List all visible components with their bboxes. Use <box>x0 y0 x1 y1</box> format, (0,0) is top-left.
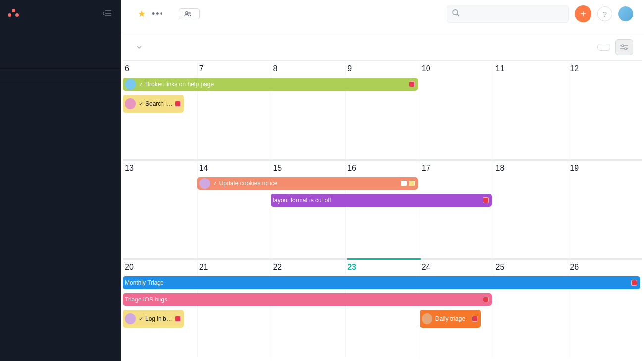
day-number[interactable]: 15 <box>271 161 345 176</box>
event-tag-icon <box>175 316 181 322</box>
event-title: Broken links on help page <box>145 81 407 88</box>
header: ★ ••• + ? <box>121 0 644 32</box>
teams-header <box>0 83 121 92</box>
day-number[interactable]: 21 <box>197 260 271 275</box>
calendar-event[interactable]: ✓Log in button… <box>123 310 184 328</box>
svg-point-5 <box>453 10 458 15</box>
assignee-avatar <box>199 178 210 189</box>
day-number[interactable]: 23 <box>345 260 420 275</box>
calendar-week: 13141516171819✓Update cookies noticelayo… <box>121 159 644 258</box>
event-tag-icon <box>409 180 415 186</box>
calendar-week: 6789101112✓Broken links on help page✓Sea… <box>121 60 644 159</box>
day-number[interactable]: 17 <box>420 161 494 176</box>
assignee-avatar <box>125 98 136 109</box>
svg-point-10 <box>625 48 627 50</box>
calendar-grid: 6789101112✓Broken links on help page✓Sea… <box>121 60 644 361</box>
event-tag-icon <box>631 280 637 286</box>
check-icon: ✓ <box>139 316 143 322</box>
check-icon: ✓ <box>139 101 143 107</box>
day-number[interactable]: 18 <box>494 161 568 176</box>
svg-point-3 <box>186 12 188 14</box>
event-tag-icon <box>472 316 478 322</box>
day-number[interactable]: 19 <box>568 161 642 176</box>
month-picker-icon[interactable] <box>136 44 143 51</box>
day-number[interactable]: 14 <box>197 161 271 176</box>
calendar-header <box>121 32 644 60</box>
show-recent-projects[interactable] <box>0 58 121 68</box>
svg-line-6 <box>457 14 459 16</box>
day-number[interactable]: 26 <box>568 260 642 275</box>
today-marker <box>347 258 421 260</box>
day-number[interactable]: 25 <box>494 260 568 275</box>
calendar-event[interactable]: Triage iOS bugs <box>123 293 492 306</box>
check-icon: ✓ <box>213 180 217 187</box>
day-number[interactable]: 9 <box>345 61 420 76</box>
svg-point-4 <box>189 12 190 14</box>
day-number[interactable]: 10 <box>420 61 494 76</box>
nav-reports[interactable] <box>0 69 121 83</box>
day-number[interactable]: 22 <box>271 260 345 275</box>
check-icon: ✓ <box>139 81 143 88</box>
event-tag-icon <box>483 197 489 203</box>
global-add-button[interactable]: + <box>575 5 591 22</box>
event-title: Log in button… <box>145 315 173 322</box>
event-tag-icon <box>409 81 415 87</box>
day-number[interactable]: 12 <box>568 61 642 76</box>
event-title: layout format is cut off <box>273 197 481 204</box>
tabs <box>132 28 633 32</box>
asana-logo-icon <box>8 9 19 18</box>
event-tag-icon <box>401 180 407 186</box>
calendar-event[interactable]: ✓Search is not… <box>123 95 184 113</box>
day-number[interactable]: 20 <box>123 260 197 275</box>
calendar-event[interactable]: layout format is cut off <box>271 194 491 207</box>
favorite-star-icon[interactable]: ★ <box>138 9 146 18</box>
calendar-week: 20212223242526Monthly TriageTriage iOS b… <box>121 258 644 358</box>
event-tag-icon <box>483 297 489 302</box>
sidebar <box>0 0 121 361</box>
project-more-icon[interactable]: ••• <box>152 9 164 19</box>
assignee-avatar <box>125 313 136 324</box>
svg-point-8 <box>622 45 624 47</box>
calendar-event[interactable]: Monthly Triage <box>123 276 640 289</box>
calendar-event[interactable]: ✓Broken links on help page <box>123 78 418 91</box>
share-button[interactable] <box>179 8 200 19</box>
help-button[interactable]: ? <box>597 6 612 21</box>
nav-inbox[interactable] <box>0 34 121 41</box>
event-title: Daily triage <box>435 315 470 322</box>
event-tag-icon <box>175 101 181 107</box>
assignee-avatar <box>125 79 136 90</box>
event-title: Search is not… <box>145 100 173 107</box>
main: ★ ••• + ? <box>121 0 644 361</box>
day-number[interactable]: 11 <box>494 61 568 76</box>
day-number[interactable]: 7 <box>197 61 271 76</box>
event-title: Monthly Triage <box>125 279 629 286</box>
user-avatar[interactable] <box>618 6 633 21</box>
brand[interactable] <box>8 9 22 18</box>
search-icon <box>452 9 460 17</box>
calendar-settings-button[interactable] <box>615 39 633 55</box>
collapse-sidebar-icon[interactable] <box>102 8 113 19</box>
assignee-avatar <box>422 313 432 324</box>
calendar-event[interactable]: Daily triage <box>420 310 481 328</box>
day-number[interactable]: 16 <box>345 161 420 176</box>
day-number[interactable]: 8 <box>271 61 345 76</box>
event-title: Update cookies notice <box>219 180 399 187</box>
nav-dashboard[interactable] <box>0 41 121 48</box>
search-box <box>447 5 569 23</box>
today-button[interactable] <box>597 44 610 51</box>
event-title: Triage iOS bugs <box>125 296 481 303</box>
project-list <box>0 53 121 58</box>
nav-my-tasks[interactable] <box>0 27 121 34</box>
calendar-event[interactable]: ✓Update cookies notice <box>197 177 418 190</box>
day-number[interactable]: 13 <box>123 161 197 176</box>
day-number[interactable]: 24 <box>420 260 494 275</box>
people-icon <box>184 11 191 17</box>
search-input[interactable] <box>447 5 569 23</box>
day-number[interactable]: 6 <box>123 61 197 76</box>
